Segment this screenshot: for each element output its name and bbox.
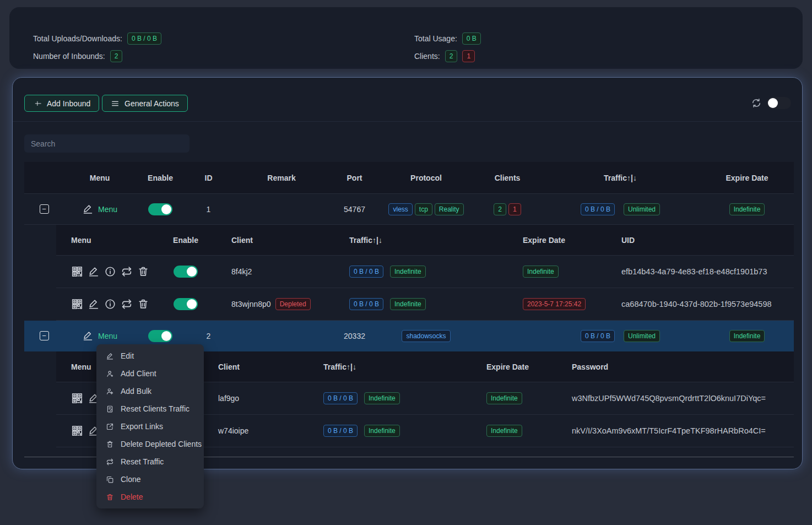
context-menu-item-add-bulk[interactable]: Add Bulk xyxy=(96,382,204,400)
context-menu-item-reset-clients-traffic[interactable]: Reset Clients Traffic xyxy=(96,400,204,418)
edit-pencil-icon[interactable] xyxy=(88,298,100,310)
header-uid: UID xyxy=(607,236,794,245)
total-uploads-downloads-label: Total Uploads/Downloads: xyxy=(33,34,122,43)
general-actions-button[interactable]: General Actions xyxy=(102,95,188,112)
reset-traffic-icon[interactable] xyxy=(121,298,133,310)
traffic-badge: 0 B / 0 B xyxy=(323,392,358,404)
inbound-traffic: 0 B / 0 B Unlimited xyxy=(540,203,700,215)
traffic-badge: 0 B / 0 B xyxy=(581,203,615,215)
header-traffic-label: Traffic xyxy=(604,174,627,182)
client-row: 8f4kj2 0 B / 0 B Indefinite Indefinite e… xyxy=(56,256,794,288)
expire-badge: Indefinite xyxy=(523,266,559,278)
stat-clients: Clients: 2 1 xyxy=(414,50,481,62)
edit-pencil-icon xyxy=(82,203,94,215)
number-of-inbounds-value: 2 xyxy=(110,50,123,62)
inbound-menu-link[interactable]: Menu xyxy=(82,203,117,215)
client-traffic: 0 B / 0 B Indefinite xyxy=(327,298,501,310)
traffic-badge: 0 B / 0 B xyxy=(349,266,383,278)
toolbar-divider xyxy=(13,121,802,122)
protocol-tag: Reality xyxy=(435,203,464,215)
info-icon[interactable] xyxy=(104,266,116,278)
trash-icon[interactable] xyxy=(137,298,149,310)
add-inbound-button[interactable]: Add Inbound xyxy=(24,95,99,112)
context-menu-item-delete[interactable]: Delete xyxy=(96,488,204,506)
header-traffic-sortable[interactable]: Traffic↑|↓ xyxy=(301,362,464,371)
header-id: ID xyxy=(185,174,232,182)
stats-panel: Total Uploads/Downloads: 0 B / 0 B Numbe… xyxy=(9,7,803,69)
client-actions xyxy=(56,298,161,310)
user-add-icon xyxy=(106,370,114,378)
refresh-icon[interactable] xyxy=(751,98,762,109)
stats-left-column: Total Uploads/Downloads: 0 B / 0 B Numbe… xyxy=(33,33,161,68)
edit-pencil-icon[interactable] xyxy=(88,266,100,278)
context-menu-item-export-links[interactable]: Export Links xyxy=(96,418,204,435)
collapse-row-button[interactable]: − xyxy=(40,204,49,214)
traffic-limit-badge: Indefinite xyxy=(390,266,426,278)
context-menu-item-clone[interactable]: Clone xyxy=(96,470,204,488)
traffic-limit-badge: Unlimited xyxy=(624,330,660,342)
context-menu-item-add-client[interactable]: Add Client xyxy=(96,365,204,382)
traffic-badge: 0 B / 0 B xyxy=(581,330,615,342)
header-expire-date: Expire Date xyxy=(501,236,607,245)
inbound-enable-toggle[interactable] xyxy=(148,203,172,215)
traffic-limit-badge: Indefinite xyxy=(390,298,426,310)
client-name: w74ioipe xyxy=(197,426,301,435)
search-input[interactable] xyxy=(24,134,190,153)
inbounds-table-header: Menu Enable ID Remark Port Protocol Clie… xyxy=(24,162,794,194)
menu-link-label: Menu xyxy=(98,205,117,214)
edit-icon xyxy=(106,352,114,360)
header-port: Port xyxy=(331,174,378,182)
client-traffic: 0 B / 0 B Indefinite xyxy=(301,425,464,437)
stat-total-uploads-downloads: Total Uploads/Downloads: 0 B / 0 B xyxy=(33,33,161,45)
expire-badge: Indefinite xyxy=(729,203,765,215)
export-icon xyxy=(106,423,114,431)
context-menu-label: Reset Clients Traffic xyxy=(121,404,190,413)
users-add-icon xyxy=(106,387,114,396)
client-expire: Indefinite xyxy=(464,425,550,437)
plus-icon xyxy=(33,99,42,108)
header-traffic-sortable[interactable]: Traffic↑|↓ xyxy=(327,236,501,245)
header-protocol: Protocol xyxy=(378,174,474,182)
header-remark: Remark xyxy=(232,174,331,182)
reset-traffic-icon[interactable] xyxy=(121,266,133,278)
client-enable-toggle[interactable] xyxy=(174,298,198,310)
trash-icon[interactable] xyxy=(137,266,149,278)
qr-code-icon[interactable] xyxy=(71,298,83,310)
protocol-tag: shadowsocks xyxy=(402,330,450,342)
inbound-menu-link[interactable]: Menu xyxy=(82,330,117,342)
context-menu-item-delete-depleted-clients[interactable]: Delete Depleted Clients xyxy=(96,435,204,453)
header-expire-date: Expire Date xyxy=(464,362,550,371)
expire-badge: Indefinite xyxy=(729,330,765,342)
qr-code-icon[interactable] xyxy=(71,425,83,437)
stat-number-of-inbounds: Number of Inbounds: 2 xyxy=(33,50,161,62)
inbound-id: 1 xyxy=(185,205,232,214)
info-icon[interactable] xyxy=(104,298,116,310)
qr-code-icon[interactable] xyxy=(71,266,83,278)
header-traffic-sortable[interactable]: Traffic↑|↓ xyxy=(540,174,700,182)
dark-mode-toggle[interactable] xyxy=(767,97,791,109)
traffic-limit-badge: Indefinite xyxy=(364,392,400,404)
client-enable-toggle[interactable] xyxy=(174,266,198,278)
context-menu-item-reset-traffic[interactable]: Reset Traffic xyxy=(96,453,204,470)
context-menu-item-edit[interactable]: Edit xyxy=(96,347,204,365)
header-clients: Clients xyxy=(474,174,540,182)
inbound-context-menu: Edit Add Client Add Bulk Reset Clients T… xyxy=(96,344,204,508)
client-expire: 2023-5-7 17:25:42 xyxy=(501,298,607,310)
header-traffic-label: Traffic xyxy=(323,362,347,371)
client-expire: Indefinite xyxy=(464,392,550,404)
inbound-enable-toggle[interactable] xyxy=(148,330,172,342)
qr-code-icon[interactable] xyxy=(71,392,83,404)
edit-pencil-icon xyxy=(82,330,94,342)
traffic-limit-badge: Indefinite xyxy=(364,425,400,437)
collapse-row-button[interactable]: − xyxy=(40,331,49,340)
client-name: 8f4kj2 xyxy=(210,267,327,276)
client-name-group: 8t3wjnn8p0 Depleted xyxy=(210,298,327,310)
stats-right-column: Total Usage: 0 B Clients: 2 1 xyxy=(414,33,481,68)
total-usage-value: 0 B xyxy=(462,33,481,45)
trash-icon xyxy=(106,493,114,501)
client-traffic: 0 B / 0 B Indefinite xyxy=(301,392,464,404)
header-menu: Menu xyxy=(64,174,136,182)
client-row: 8t3wjnn8p0 Depleted 0 B / 0 B Indefinite… xyxy=(56,288,794,321)
header-password: Password xyxy=(550,362,794,371)
header-menu: Menu xyxy=(56,236,161,245)
